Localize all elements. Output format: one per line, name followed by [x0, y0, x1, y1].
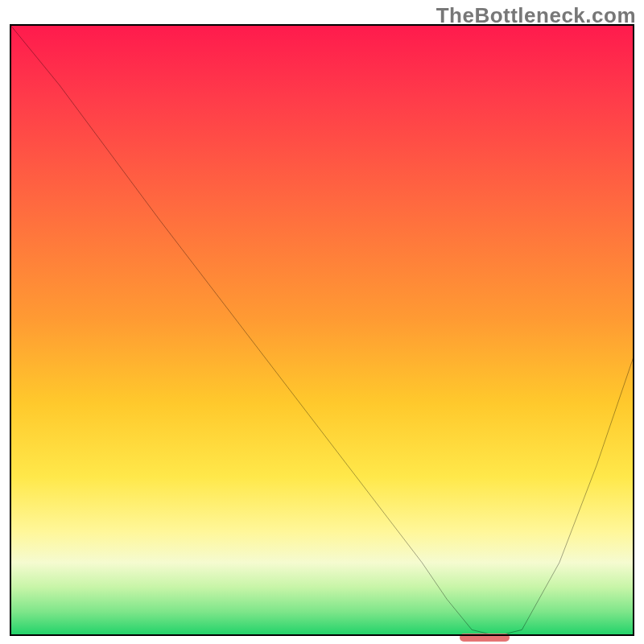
optimum-marker	[460, 634, 510, 642]
watermark-text: TheBottleneck.com	[436, 3, 636, 28]
bottleneck-curve	[10, 24, 634, 636]
plot-area	[10, 24, 634, 636]
chart-frame: TheBottleneck.com	[0, 0, 644, 644]
curve-path	[10, 24, 634, 636]
